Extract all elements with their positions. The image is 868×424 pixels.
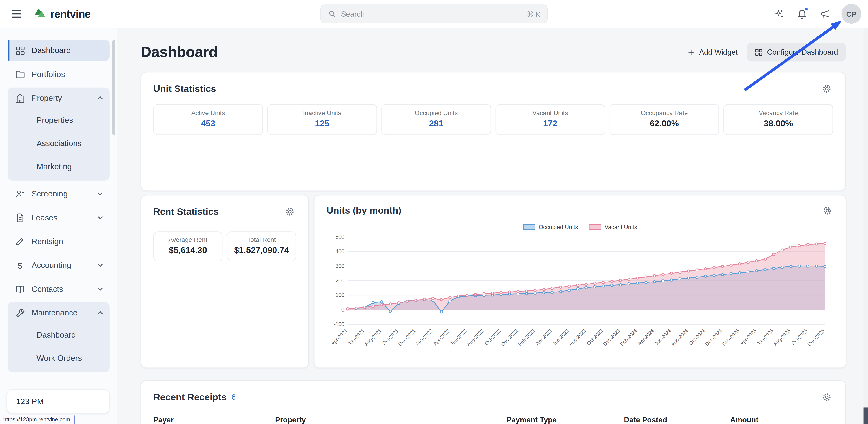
table-header: Payer Property Payment Type Date Posted … bbox=[153, 416, 833, 424]
sidebar-item-screening[interactable]: Screening bbox=[8, 183, 110, 204]
legend-swatch bbox=[589, 224, 601, 230]
svg-text:Oct-2021: Oct-2021 bbox=[381, 328, 400, 346]
company-selector[interactable]: 123 PM bbox=[7, 389, 110, 414]
stat-value: 62.00% bbox=[610, 119, 718, 128]
widget-settings-button[interactable] bbox=[820, 83, 833, 95]
stat-tile: Inactive Units 125 bbox=[268, 104, 377, 135]
sidebar-item-marketing[interactable]: Marketing bbox=[8, 155, 110, 178]
svg-text:Jun-2023: Jun-2023 bbox=[551, 328, 570, 346]
ai-assistant-button[interactable] bbox=[770, 4, 788, 23]
chevron-down-icon bbox=[96, 190, 104, 198]
unit-statistics-card: Unit Statistics Active Units 453 Inactiv… bbox=[141, 72, 846, 191]
widget-settings-button[interactable] bbox=[821, 204, 834, 217]
sidebar-item-leases[interactable]: Leases bbox=[8, 207, 110, 228]
window-scrollbar[interactable] bbox=[864, 28, 868, 424]
chart-legend: Occupied UnitsVacant Units bbox=[327, 221, 834, 233]
sidebar-item-associations[interactable]: Associations bbox=[8, 132, 110, 155]
chevron-down-icon bbox=[96, 261, 104, 269]
sidebar-item-maintenance[interactable]: Maintenance bbox=[8, 302, 110, 323]
brand-logo[interactable]: rentvine bbox=[33, 7, 91, 21]
units-chart: 5004003002001000-100Apr-2021Jun-2021Aug-… bbox=[327, 233, 834, 361]
notifications-button[interactable] bbox=[793, 4, 812, 23]
svg-text:Aug-2025: Aug-2025 bbox=[772, 328, 792, 347]
search-input[interactable] bbox=[341, 9, 522, 18]
sidebar-item-portfolios[interactable]: Portfolios bbox=[8, 64, 110, 85]
wrench-icon bbox=[14, 307, 26, 319]
card-title: Recent Receipts bbox=[153, 392, 226, 403]
svg-text:500: 500 bbox=[336, 234, 344, 240]
svg-text:Oct-2022: Oct-2022 bbox=[483, 328, 502, 346]
legend-label: Vacant Units bbox=[605, 223, 637, 230]
sidebar-item-property[interactable]: Property bbox=[8, 88, 110, 109]
sidebar-group-maintenance: Maintenance Dashboard Work Orders bbox=[8, 302, 110, 372]
scrollbar-thumb[interactable] bbox=[864, 407, 868, 424]
widget-settings-button[interactable] bbox=[820, 391, 833, 404]
widget-settings-button[interactable] bbox=[283, 205, 296, 218]
svg-text:Oct-2025: Oct-2025 bbox=[790, 328, 808, 346]
stat-value: 38.00% bbox=[724, 119, 833, 128]
svg-text:Aug-2024: Aug-2024 bbox=[670, 328, 689, 347]
book-icon bbox=[14, 283, 26, 295]
legend-item[interactable]: Occupied Units bbox=[523, 223, 578, 230]
sidebar-item-label: Screening bbox=[31, 189, 68, 198]
menu-button[interactable] bbox=[7, 4, 26, 23]
gear-icon bbox=[822, 84, 832, 94]
stat-tile: Occupancy Rate 62.00% bbox=[610, 104, 719, 135]
legend-label: Occupied Units bbox=[538, 223, 578, 230]
sidebar-item-contacts[interactable]: Contacts bbox=[8, 278, 110, 300]
main-content: Dashboard Add Widget Configure Dashboard bbox=[117, 28, 868, 424]
megaphone-icon bbox=[820, 8, 831, 19]
document-icon bbox=[14, 212, 26, 223]
chevron-down-icon bbox=[96, 285, 104, 293]
sidebar-item-label: Portfolios bbox=[31, 70, 65, 79]
sidebar-scrollbar[interactable] bbox=[113, 40, 115, 135]
plus-icon bbox=[687, 48, 695, 56]
stat-tile: Occupied Units 281 bbox=[381, 104, 491, 135]
legend-item[interactable]: Vacant Units bbox=[589, 223, 637, 230]
sidebar-item-rentsign[interactable]: Rentsign bbox=[8, 231, 110, 252]
sidebar-item-label: Leases bbox=[31, 213, 57, 222]
stat-value: 453 bbox=[154, 119, 262, 128]
svg-text:Feb-2024: Feb-2024 bbox=[619, 328, 638, 347]
add-widget-label: Add Widget bbox=[699, 48, 738, 56]
gear-icon bbox=[822, 392, 832, 402]
search-box[interactable]: ⌘ K bbox=[320, 4, 548, 23]
svg-text:Apr-2021: Apr-2021 bbox=[330, 328, 348, 346]
svg-text:Jun-2022: Jun-2022 bbox=[449, 328, 468, 346]
svg-text:300: 300 bbox=[336, 263, 344, 269]
sidebar-item-maintenance-dashboard[interactable]: Dashboard bbox=[8, 323, 110, 346]
topbar-actions: CP bbox=[770, 4, 861, 24]
configure-dashboard-button[interactable]: Configure Dashboard bbox=[746, 42, 846, 62]
chevron-up-icon bbox=[96, 309, 104, 316]
stat-label: Total Rent bbox=[227, 236, 296, 243]
recent-receipts-card: Recent Receipts 6 Payer Property Payment… bbox=[141, 380, 846, 424]
gear-icon bbox=[284, 207, 295, 217]
column-header: Payer bbox=[153, 416, 275, 424]
svg-text:100: 100 bbox=[336, 292, 344, 298]
svg-text:-100: -100 bbox=[334, 321, 344, 327]
svg-text:Apr-2023: Apr-2023 bbox=[534, 328, 553, 346]
sidebar-item-dashboard[interactable]: Dashboard bbox=[8, 40, 110, 61]
sidebar-item-label: Contacts bbox=[31, 284, 63, 293]
chevron-down-icon bbox=[96, 214, 104, 221]
grid-icon bbox=[754, 48, 763, 56]
column-header: Date Posted bbox=[624, 416, 730, 424]
svg-text:Dec-2023: Dec-2023 bbox=[602, 328, 621, 347]
screening-icon bbox=[14, 188, 26, 200]
announcements-button[interactable] bbox=[816, 4, 835, 23]
svg-text:Feb-2022: Feb-2022 bbox=[414, 328, 434, 347]
legend-swatch bbox=[523, 224, 535, 230]
card-title: Rent Statistics bbox=[153, 206, 219, 217]
svg-text:Jun-2024: Jun-2024 bbox=[653, 328, 672, 346]
sidebar-item-accounting[interactable]: $ Accounting bbox=[8, 254, 110, 276]
svg-text:Apr-2022: Apr-2022 bbox=[432, 328, 451, 346]
svg-text:Aug-2021: Aug-2021 bbox=[363, 328, 383, 347]
add-widget-button[interactable]: Add Widget bbox=[687, 48, 738, 56]
stat-value: $1,527,090.74 bbox=[227, 245, 296, 255]
sidebar-item-properties[interactable]: Properties bbox=[8, 109, 110, 132]
chevron-up-icon bbox=[96, 94, 104, 102]
sidebar-item-work-orders[interactable]: Work Orders bbox=[8, 346, 110, 370]
notification-badge bbox=[804, 7, 808, 11]
avatar[interactable]: CP bbox=[841, 4, 861, 24]
hamburger-icon bbox=[11, 10, 21, 18]
